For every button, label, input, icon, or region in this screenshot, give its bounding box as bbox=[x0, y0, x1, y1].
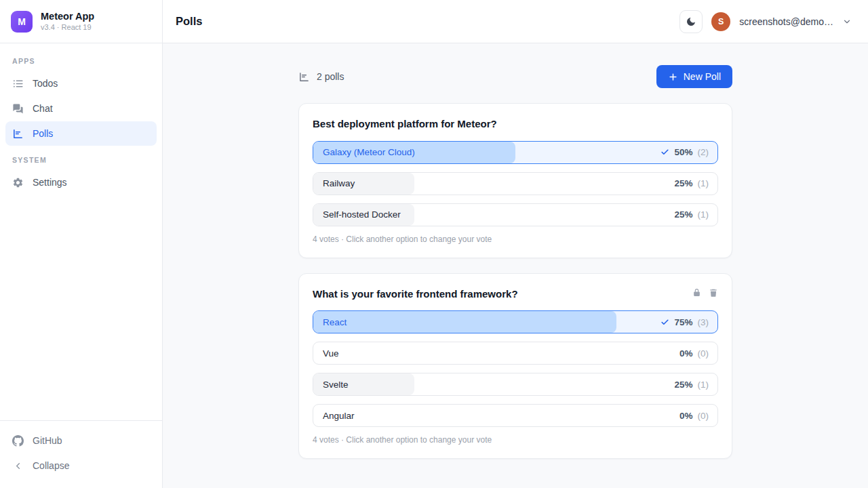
check-icon bbox=[660, 148, 669, 157]
sidebar-footer-label: Collapse bbox=[33, 460, 69, 471]
github-icon bbox=[12, 435, 24, 447]
option-percent: 25% bbox=[674, 209, 692, 220]
nav-section-label: SYSTEM bbox=[5, 146, 157, 169]
option-vote-count: (0) bbox=[698, 348, 709, 359]
chevron-left-icon bbox=[12, 460, 24, 472]
chevron-down-icon[interactable] bbox=[842, 17, 852, 26]
poll-question: Best deployment platform for Meteor? bbox=[313, 117, 497, 131]
option-percent: 0% bbox=[679, 411, 693, 421]
poll-footer-note: 4 votes · Click another option to change… bbox=[313, 235, 718, 244]
sidebar-spacer bbox=[0, 195, 162, 420]
option-label: Railway bbox=[313, 178, 355, 188]
page-title: Polls bbox=[176, 15, 202, 28]
poll-list: Best deployment platform for Meteor?Gala… bbox=[298, 103, 732, 459]
sidebar-item-polls[interactable]: Polls bbox=[5, 121, 157, 146]
option-vote-count: (3) bbox=[698, 317, 709, 327]
plus-icon bbox=[668, 72, 678, 82]
poll-count-label: 2 polls bbox=[317, 71, 344, 82]
trash-icon bbox=[709, 288, 718, 298]
bar-chart-icon bbox=[12, 128, 24, 140]
content: 2 polls New Poll Best deployment platfor… bbox=[163, 43, 868, 488]
option-label: React bbox=[313, 317, 347, 327]
option-percent: 0% bbox=[679, 348, 693, 359]
check-icon bbox=[660, 318, 669, 327]
poll-footer-note: 4 votes · Click another option to change… bbox=[313, 435, 718, 445]
poll-option[interactable]: Railway25%(1) bbox=[313, 172, 718, 195]
option-label: Galaxy (Meteor Cloud) bbox=[313, 147, 415, 157]
sidebar-item-label: Polls bbox=[33, 128, 53, 139]
topbar: Polls S screenshots@demo… bbox=[163, 0, 868, 43]
chat-icon bbox=[12, 103, 24, 115]
sidebar-footer-collapse[interactable]: Collapse bbox=[5, 453, 157, 478]
option-label: Vue bbox=[313, 348, 339, 359]
list-icon bbox=[12, 78, 24, 89]
moon-icon bbox=[686, 16, 696, 27]
sidebar-footer-github[interactable]: GitHub bbox=[5, 428, 157, 453]
poll-option[interactable]: Vue0%(0) bbox=[313, 342, 718, 365]
option-vote-count: (1) bbox=[698, 178, 709, 188]
option-vote-count: (0) bbox=[698, 411, 709, 421]
app-brand: M Meteor App v3.4 · React 19 bbox=[0, 0, 162, 43]
app-logo: M bbox=[11, 11, 33, 33]
poll-option[interactable]: Self-hosted Docker25%(1) bbox=[313, 203, 718, 226]
sidebar-item-settings[interactable]: Settings bbox=[5, 170, 157, 195]
option-vote-count: (1) bbox=[698, 380, 709, 390]
option-label: Svelte bbox=[313, 380, 349, 390]
main-area: Polls S screenshots@demo… 2 polls bbox=[163, 0, 868, 488]
option-label: Self-hosted Docker bbox=[313, 209, 401, 220]
poll-card: Best deployment platform for Meteor?Gala… bbox=[298, 103, 732, 258]
poll-option[interactable]: Svelte25%(1) bbox=[313, 373, 718, 396]
option-vote-count: (1) bbox=[698, 209, 709, 220]
option-percent: 25% bbox=[674, 380, 692, 390]
option-percent: 75% bbox=[674, 317, 692, 327]
delete-poll-button[interactable] bbox=[709, 288, 718, 298]
lock-icon bbox=[692, 288, 701, 297]
polls-toolbar: 2 polls New Poll bbox=[298, 65, 732, 88]
app-version: v3.4 · React 19 bbox=[41, 23, 94, 31]
poll-option[interactable]: Angular0%(0) bbox=[313, 404, 718, 427]
user-email[interactable]: screenshots@demo… bbox=[739, 16, 833, 27]
sidebar-item-label: Todos bbox=[33, 78, 58, 89]
poll-option[interactable]: React75%(3) bbox=[313, 310, 718, 333]
app-name: Meteor App bbox=[41, 12, 94, 22]
sidebar-item-label: Settings bbox=[33, 177, 67, 188]
poll-option[interactable]: Galaxy (Meteor Cloud)50%(2) bbox=[313, 141, 718, 164]
sidebar: M Meteor App v3.4 · React 19 APPSTodosCh… bbox=[0, 0, 163, 488]
option-percent: 50% bbox=[674, 147, 692, 157]
sidebar-item-label: Chat bbox=[33, 103, 53, 114]
sidebar-nav: APPSTodosChatPollsSYSTEMSettings bbox=[0, 43, 162, 195]
gear-icon bbox=[12, 177, 24, 188]
poll-question: What is your favorite frontend framework… bbox=[313, 287, 518, 301]
sidebar-item-chat[interactable]: Chat bbox=[5, 96, 157, 121]
new-poll-button[interactable]: New Poll bbox=[656, 65, 732, 88]
sidebar-footer: GitHubCollapse bbox=[0, 420, 162, 488]
bar-chart-icon bbox=[298, 71, 310, 83]
sidebar-footer-label: GitHub bbox=[33, 435, 62, 446]
avatar[interactable]: S bbox=[711, 12, 730, 31]
poll-card: What is your favorite frontend framework… bbox=[298, 273, 732, 460]
sidebar-item-todos[interactable]: Todos bbox=[5, 71, 157, 96]
theme-toggle-button[interactable] bbox=[679, 10, 703, 33]
option-fill-bar bbox=[313, 311, 616, 333]
option-percent: 25% bbox=[674, 178, 692, 188]
nav-section-label: APPS bbox=[5, 47, 157, 70]
option-label: Angular bbox=[313, 411, 355, 421]
option-vote-count: (2) bbox=[698, 147, 709, 157]
